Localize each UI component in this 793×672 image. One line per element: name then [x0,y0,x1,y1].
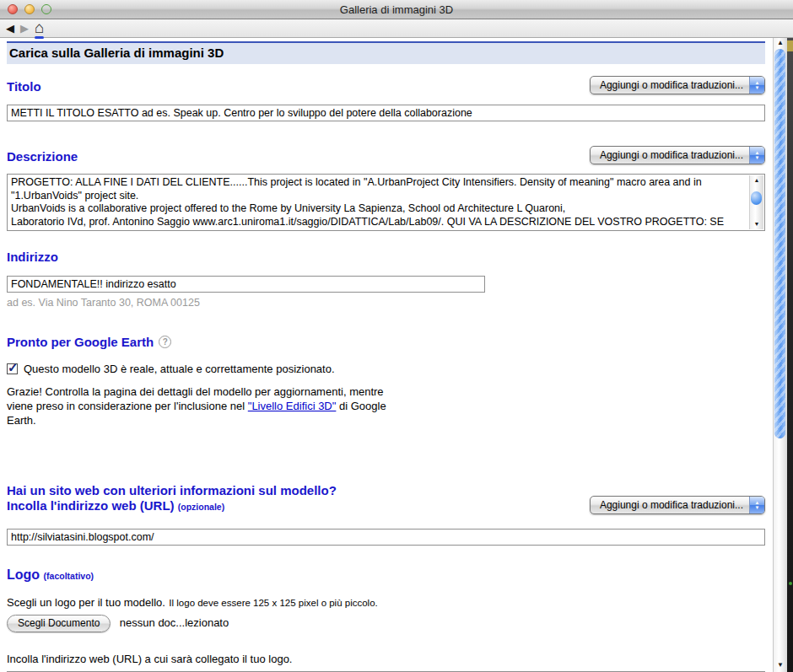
desktop-background-strip [787,37,793,672]
logo-heading: Logo [7,567,40,582]
description-text: PROGETTO: ALLA FINE I DATI DEL CLIENTE..… [8,175,749,229]
desktop-artifact-dot [789,582,792,585]
close-button[interactable] [8,4,18,14]
translations-dropdown-website[interactable]: Aggiungi o modifica traduzioni... ▲▼ [590,496,765,514]
browser-content: Carica sulla Galleria di immagini 3D Tit… [0,37,793,672]
page-scrollbar[interactable]: ▲ ▼ [773,37,787,672]
address-hint: ad es. Via Nino Taranto 30, ROMA 00125 [7,297,765,309]
logo-optional-label: (facoltativo) [44,571,94,581]
translations-dropdown-label: Aggiungi o modifica traduzioni... [591,77,749,94]
upload-form-page: Carica sulla Galleria di immagini 3D Tit… [0,37,774,672]
website-heading-line1: Hai un sito web con ulteriori informazio… [7,483,337,498]
desktop-artifact [787,40,793,51]
window-titlebar: Galleria di immagini 3D [0,0,793,19]
window-controls [8,4,51,14]
optional-label: (opzionale) [178,502,224,512]
title-heading: Titolo [7,79,41,94]
page-title: Carica sulla Galleria di immagini 3D [7,41,765,64]
minimize-button[interactable] [24,4,35,14]
scroll-up-icon[interactable]: ▲ [750,175,763,185]
translations-dropdown-label: Aggiungi o modifica traduzioni... [591,147,749,164]
dropdown-stepper-icon: ▲▼ [749,497,764,513]
title-input[interactable] [7,105,765,121]
browser-toolbar: ◀ ▶ ⌂ [0,19,793,38]
help-icon[interactable]: ? [159,336,171,348]
forward-icon[interactable]: ▶ [20,23,29,34]
description-heading: Descrizione [7,149,78,164]
scroll-down-icon[interactable]: ▼ [774,659,787,671]
website-heading-line2: Incolla l'indirizzo web (URL) (opzionale… [7,498,337,514]
google-earth-heading: Pronto per Google Earth [7,335,154,349]
translations-dropdown-label: Aggiungi o modifica traduzioni... [591,497,749,513]
textarea-scroll-thumb[interactable] [751,191,762,205]
buildings-layer-link[interactable]: "Livello Edifici 3D" [248,400,337,412]
window-title: Galleria di immagini 3D [340,3,453,16]
scroll-up-icon[interactable]: ▲ [774,37,787,49]
address-heading: Indirizzo [7,250,765,265]
address-input[interactable] [7,276,485,293]
description-textarea[interactable]: PROGETTO: ALLA FINE I DATI DEL CLIENTE..… [7,174,765,231]
page-scroll-thumb[interactable] [774,49,785,438]
logo-choose-label: Scegli un logo per il tuo modello. [7,596,165,609]
google-earth-thanks-text: Grazie! Controlla la pagina dei dettagli… [7,384,403,427]
logo-size-hint: Il logo deve essere 125 x 125 pixel o pi… [169,598,377,608]
checkbox-label: Questo modello 3D è reale, attuale e cor… [24,363,335,375]
textarea-scrollbar[interactable]: ▲ ▼ [749,175,763,229]
logo-url-label: Incolla l'indirizzo web (URL) a cui sarà… [7,652,765,666]
bookmark-indicator [35,36,44,39]
website-url-input[interactable] [7,529,765,546]
home-icon[interactable]: ⌂ [35,19,44,35]
checkmark-icon: ✓ [8,360,19,374]
real-model-checkbox[interactable]: ✓ [7,363,18,374]
dropdown-stepper-icon: ▲▼ [749,147,764,164]
scroll-down-icon[interactable]: ▼ [750,219,763,229]
translations-dropdown-description[interactable]: Aggiungi o modifica traduzioni... ▲▼ [590,146,765,164]
zoom-button[interactable] [41,4,51,14]
back-icon[interactable]: ◀ [6,23,14,34]
dropdown-stepper-icon: ▲▼ [749,77,764,94]
file-status-text: nessun doc...lezionato [120,616,229,629]
translations-dropdown-title[interactable]: Aggiungi o modifica traduzioni... ▲▼ [590,76,765,94]
choose-file-button[interactable]: Scegli Documento [7,615,111,632]
